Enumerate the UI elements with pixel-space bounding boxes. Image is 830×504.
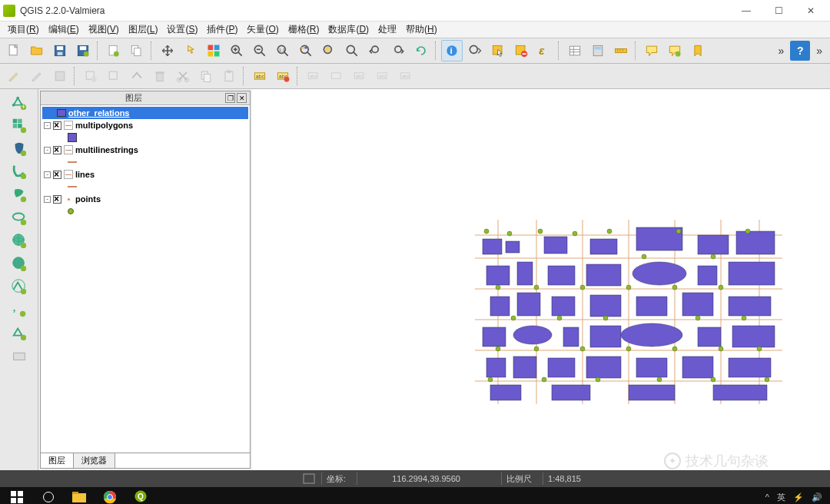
annotation-button[interactable] (664, 40, 686, 61)
tab-layers[interactable]: 图层 (41, 453, 74, 468)
map-tips-button[interactable] (641, 40, 662, 61)
save-project-button[interactable] (49, 40, 71, 61)
panel-close-icon[interactable]: ✕ (237, 93, 247, 103)
move-feature-button[interactable] (103, 65, 124, 87)
tray-volume-icon[interactable]: 🔊 (812, 492, 822, 502)
save-edits-button[interactable] (49, 65, 71, 87)
menu-database[interactable]: 数据库(D) (324, 22, 374, 38)
refresh-button[interactable] (410, 40, 432, 61)
select-button[interactable] (464, 40, 486, 61)
menu-view[interactable]: 视图(V) (84, 22, 124, 38)
new-print-composer-button[interactable] (103, 40, 124, 61)
add-wcs-button[interactable] (8, 254, 31, 274)
zoom-in-button[interactable] (226, 40, 247, 61)
menu-vector[interactable]: 矢量(O) (242, 22, 283, 38)
layer-checkbox[interactable] (53, 171, 61, 179)
add-raster-button[interactable] (8, 115, 31, 135)
menu-project[interactable]: 项目(R) (3, 22, 44, 38)
menu-raster[interactable]: 栅格(R) (284, 22, 324, 38)
remove-layer-button[interactable] (8, 346, 31, 366)
pin-labels-button[interactable]: abc (303, 65, 324, 87)
change-label-button[interactable]: abc (395, 65, 417, 87)
toggle-extents-icon[interactable] (303, 473, 315, 484)
add-mssql-button[interactable] (8, 184, 31, 204)
current-edits-button[interactable] (26, 65, 48, 87)
layer-points[interactable]: - points (42, 193, 248, 205)
add-vector-button[interactable]: + (8, 92, 31, 112)
layer-other-relations[interactable]: other_relations (42, 107, 248, 119)
open-project-button[interactable] (26, 40, 48, 61)
move-label-button[interactable]: abc (349, 65, 370, 87)
menu-plugins[interactable]: 插件(P) (202, 22, 242, 38)
panel-header[interactable]: 图层 ❐ ✕ (41, 91, 250, 105)
zoom-selection-button[interactable] (318, 40, 340, 61)
menu-settings[interactable]: 设置(S) (162, 22, 202, 38)
layer-checkbox[interactable] (53, 121, 61, 130)
expression-select-button[interactable]: ε (533, 40, 555, 61)
open-table-button[interactable] (564, 40, 586, 61)
label-button[interactable]: abc (249, 65, 271, 87)
layer-multipolygons[interactable]: - multipolygons (42, 119, 248, 131)
zoom-full-button[interactable] (295, 40, 317, 61)
save-as-button[interactable] (72, 40, 94, 61)
zoom-last-button[interactable] (364, 40, 386, 61)
pan-to-selection-button[interactable] (180, 40, 201, 61)
cortana-button[interactable] (34, 487, 63, 504)
touch-zoom-button[interactable] (203, 40, 224, 61)
menu-help[interactable]: 帮助(H) (401, 22, 442, 38)
label-settings-button[interactable]: abc (272, 65, 294, 87)
tray-chevron-icon[interactable]: ^ (765, 492, 769, 502)
bookmark-button[interactable] (687, 40, 709, 61)
node-tool-button[interactable] (126, 65, 148, 87)
collapse-icon[interactable]: - (44, 171, 51, 178)
collapse-icon[interactable]: - (44, 196, 51, 203)
rotate-label-button[interactable]: abc (372, 65, 393, 87)
scale-value[interactable]: 1:48,815 (543, 472, 586, 485)
layer-checkbox[interactable] (53, 146, 61, 154)
minimize-button[interactable]: — (730, 2, 762, 20)
menu-edit[interactable]: 编辑(E) (44, 22, 84, 38)
new-shapefile-button[interactable] (8, 323, 31, 343)
panel-float-icon[interactable]: ❐ (225, 93, 235, 103)
menu-processing[interactable]: 处理 (374, 22, 401, 38)
measure-button[interactable] (610, 40, 632, 61)
add-feature-button[interactable] (80, 65, 101, 87)
cut-features-button[interactable] (172, 65, 194, 87)
paste-features-button[interactable] (218, 65, 240, 87)
layer-checkbox[interactable] (53, 195, 61, 204)
tray-wifi-icon[interactable]: ⚡ (793, 492, 804, 502)
explorer-button[interactable] (65, 487, 94, 504)
field-calculator-button[interactable] (587, 40, 609, 61)
layer-multilinestrings[interactable]: - multilinestrings (42, 144, 248, 156)
pan-button[interactable] (157, 40, 178, 61)
new-project-button[interactable] (3, 40, 25, 61)
add-spatialite-button[interactable] (8, 161, 31, 181)
identify-button[interactable]: i (441, 40, 463, 61)
tray-lang[interactable]: 英 (777, 492, 785, 503)
add-wms-button[interactable] (8, 230, 31, 250)
help-button[interactable]: ? (790, 41, 810, 61)
zoom-out-button[interactable] (249, 40, 271, 61)
delete-selected-button[interactable] (149, 65, 171, 87)
select-features-button[interactable] (487, 40, 509, 61)
collapse-icon[interactable]: - (44, 147, 51, 154)
map-canvas[interactable] (252, 89, 830, 470)
chrome-button[interactable] (95, 487, 124, 504)
toolbar-overflow[interactable]: » (773, 45, 788, 57)
collapse-icon[interactable]: - (44, 122, 51, 129)
close-button[interactable]: ✕ (795, 2, 827, 20)
add-oracle-button[interactable] (8, 207, 31, 227)
tab-browser[interactable]: 浏览器 (74, 453, 115, 468)
add-wfs-button[interactable] (8, 277, 31, 297)
composer-manager-button[interactable] (126, 40, 148, 61)
maximize-button[interactable]: ☐ (762, 2, 795, 20)
zoom-native-button[interactable]: 1:1 (272, 40, 294, 61)
deselect-button[interactable] (510, 40, 532, 61)
show-labels-button[interactable] (326, 65, 347, 87)
system-tray[interactable]: ^ 英 ⚡ 🔊 (765, 492, 828, 503)
copy-features-button[interactable] (195, 65, 217, 87)
zoom-next-button[interactable] (387, 40, 409, 61)
toolbar-overflow-2[interactable]: » (812, 45, 827, 57)
start-button[interactable] (2, 487, 32, 504)
add-delimited-button[interactable]: , (8, 300, 31, 320)
